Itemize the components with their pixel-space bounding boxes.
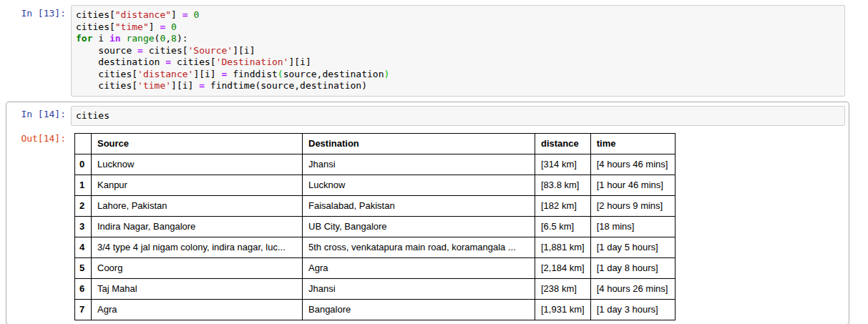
table-cell: Bangalore [303, 300, 535, 320]
output-area: SourceDestinationdistancetime0LucknowJha… [71, 130, 845, 320]
column-header-source: Source [92, 134, 303, 154]
code-line: cities['distance'][i] = finddist(source,… [76, 69, 840, 81]
code-line: cities['time'][i] = findtime(source,dest… [76, 80, 840, 92]
table-cell: 5th cross, venkatapura main road, korama… [303, 237, 535, 258]
table-cell: [238 km] [535, 279, 591, 300]
table-cell: [18 mins] [590, 217, 675, 237]
table-cell: [83.8 km] [535, 175, 591, 196]
table-header-row: SourceDestinationdistancetime [75, 134, 676, 154]
code-cell-14[interactable]: In [14]: cities Out[14]: SourceDestinati… [6, 102, 849, 324]
table-row: 0LucknowJhansi[314 km][4 hours 46 mins] [75, 154, 676, 175]
table-cell: Lahore, Pakistan [92, 196, 303, 217]
code-line: cities["time"] = 0 [76, 21, 840, 34]
table-row: 6Taj MahalJhansi[238 km][4 hours 26 mins… [75, 279, 676, 300]
code-cell-13[interactable]: In [13]: cities["distance"] = 0cities["t… [6, 1, 849, 101]
code-line: source = cities['Source'][i] [76, 45, 840, 57]
input-prompt-13: In [13]: [10, 5, 71, 22]
table-cell: UB City, Bangalore [303, 217, 535, 237]
code-line: cities [76, 110, 840, 122]
output-prompt-14: Out[14]: [10, 130, 71, 147]
row-index: 2 [75, 196, 92, 217]
code-line: for i in range(0,8): [76, 33, 840, 45]
table-cell: [1,881 km] [535, 237, 591, 258]
table-cell: [1,931 km] [535, 300, 591, 320]
row-index: 7 [75, 300, 92, 320]
table-cell: 3/4 type 4 jal nigam colony, indira naga… [92, 237, 303, 258]
table-cell: [1 day 5 hours] [590, 237, 675, 258]
code-editor-13[interactable]: cities["distance"] = 0cities["time"] = 0… [71, 5, 845, 97]
row-index: 3 [75, 217, 92, 237]
table-cell: [1 day 3 hours] [590, 300, 675, 320]
table-cell: Agra [92, 300, 303, 320]
dataframe-table: SourceDestinationdistancetime0LucknowJha… [74, 133, 676, 320]
table-cell: Coorg [92, 258, 303, 279]
table-cell: Agra [303, 258, 535, 279]
table-row: 1KanpurLucknow[83.8 km][1 hour 46 mins] [75, 175, 676, 196]
column-header-destination: Destination [303, 134, 535, 154]
table-cell: [4 hours 26 mins] [590, 279, 675, 300]
notebook: In [13]: cities["distance"] = 0cities["t… [0, 0, 868, 324]
column-header-index [75, 134, 92, 154]
table-row: 7AgraBangalore[1,931 km][1 day 3 hours] [75, 300, 676, 320]
table-cell: [182 km] [535, 196, 591, 217]
table-cell: Kanpur [92, 175, 303, 196]
input-prompt-14: In [14]: [10, 106, 71, 123]
table-cell: [314 km] [535, 154, 591, 175]
table-cell: Faisalabad, Pakistan [303, 196, 535, 217]
column-header-distance: distance [535, 134, 591, 154]
column-header-time: time [590, 134, 675, 154]
code-line: cities["distance"] = 0 [76, 9, 840, 21]
table-cell: [2 hours 9 mins] [590, 196, 675, 217]
row-index: 5 [75, 258, 92, 279]
code-line: destination = cities['Destination'][i] [76, 57, 840, 69]
table-row: 2Lahore, PakistanFaisalabad, Pakistan[18… [75, 196, 676, 217]
table-row: 43/4 type 4 jal nigam colony, indira nag… [75, 237, 676, 258]
table-cell: [6.5 km] [535, 217, 591, 237]
table-row: 3Indira Nagar, BangaloreUB City, Bangalo… [75, 217, 676, 237]
table-cell: [2,184 km] [535, 258, 591, 279]
table-cell: [1 hour 46 mins] [590, 175, 675, 196]
code-editor-14[interactable]: cities [71, 106, 845, 127]
table-cell: Lucknow [92, 154, 303, 175]
row-index: 6 [75, 279, 92, 300]
row-index: 1 [75, 175, 92, 196]
table-cell: [1 day 8 hours] [590, 258, 675, 279]
table-cell: Taj Mahal [92, 279, 303, 300]
table-cell: Lucknow [303, 175, 535, 196]
row-index: 4 [75, 237, 92, 258]
table-row: 5CoorgAgra[2,184 km][1 day 8 hours] [75, 258, 676, 279]
table-cell: Jhansi [303, 279, 535, 300]
row-index: 0 [75, 154, 92, 175]
table-cell: Jhansi [303, 154, 535, 175]
table-cell: Indira Nagar, Bangalore [92, 217, 303, 237]
table-cell: [4 hours 46 mins] [590, 154, 675, 175]
